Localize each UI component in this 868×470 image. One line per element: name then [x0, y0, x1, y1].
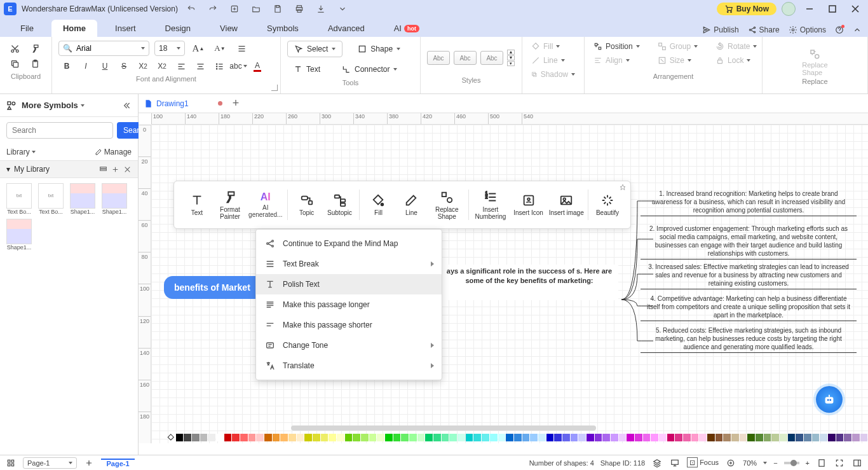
- ai-translate[interactable]: Translate: [256, 356, 442, 376]
- color-swatch[interactable]: [313, 434, 320, 441]
- shrink-font-button[interactable]: A▼: [212, 41, 228, 56]
- shape-tool[interactable]: Shape: [351, 41, 407, 57]
- manage-button[interactable]: Manage: [95, 148, 132, 156]
- color-swatch[interactable]: [731, 434, 739, 441]
- style-preset[interactable]: Abc: [427, 51, 450, 65]
- color-swatch[interactable]: [353, 434, 360, 441]
- group-button[interactable]: Group: [655, 39, 700, 53]
- color-swatch[interactable]: [498, 434, 506, 441]
- color-swatch[interactable]: [643, 434, 651, 441]
- color-swatch[interactable]: [184, 434, 191, 441]
- color-swatch[interactable]: [224, 434, 232, 441]
- color-swatch[interactable]: [683, 434, 691, 441]
- ctx-subtopic[interactable]: Subtopic: [323, 184, 356, 225]
- share-button[interactable]: Share: [748, 25, 780, 34]
- open-icon[interactable]: [248, 2, 264, 16]
- ctx-line[interactable]: Line: [395, 184, 428, 225]
- color-swatch[interactable]: [321, 434, 329, 441]
- zoom-out-button[interactable]: −: [773, 459, 777, 467]
- menu-home[interactable]: Home: [51, 20, 97, 37]
- buy-now-button[interactable]: Buy Now: [717, 3, 776, 15]
- color-swatch[interactable]: [562, 434, 570, 441]
- fullscreen-icon[interactable]: [834, 457, 845, 469]
- color-swatch[interactable]: [417, 434, 425, 441]
- color-swatch[interactable]: [780, 434, 787, 441]
- color-swatch[interactable]: [288, 434, 296, 441]
- ai-change-tone[interactable]: Change Tone: [256, 335, 442, 356]
- symbol-search-input[interactable]: [6, 122, 113, 139]
- color-swatch[interactable]: [200, 434, 208, 441]
- menu-view[interactable]: View: [208, 20, 249, 37]
- save-icon[interactable]: [269, 2, 286, 16]
- zoom-slider[interactable]: [784, 462, 799, 464]
- color-swatch[interactable]: [740, 434, 747, 441]
- collapse-sidebar-icon[interactable]: [121, 100, 132, 111]
- color-swatch[interactable]: [723, 434, 731, 441]
- color-swatch[interactable]: [554, 434, 562, 441]
- line-spacing-button[interactable]: [233, 41, 250, 56]
- color-swatch[interactable]: [546, 434, 554, 441]
- color-swatch[interactable]: [602, 434, 610, 441]
- color-swatch[interactable]: [208, 434, 215, 441]
- color-swatch[interactable]: [635, 434, 642, 441]
- more-symbols-button[interactable]: More Symbols: [22, 100, 85, 110]
- color-swatch[interactable]: [192, 434, 200, 441]
- line-button[interactable]: Line: [529, 53, 578, 67]
- maximize-button[interactable]: [824, 2, 841, 16]
- color-swatch[interactable]: [804, 434, 811, 441]
- shape-item[interactable]: txtText Bo...: [36, 183, 66, 215]
- add-page-button[interactable]: [83, 457, 95, 469]
- rotate-button[interactable]: Rotate: [713, 39, 759, 53]
- style-preset[interactable]: Abc: [480, 51, 503, 65]
- color-swatch[interactable]: [297, 434, 304, 441]
- color-swatch[interactable]: [627, 434, 634, 441]
- ctx-topic[interactable]: Topic: [290, 184, 323, 225]
- color-swatch[interactable]: [409, 434, 417, 441]
- fill-button[interactable]: Fill: [529, 39, 578, 53]
- user-avatar[interactable]: [782, 2, 796, 16]
- color-swatch[interactable]: [667, 434, 675, 441]
- color-swatch[interactable]: [796, 434, 803, 441]
- presentation-icon[interactable]: [669, 457, 681, 469]
- color-swatch[interactable]: [329, 434, 336, 441]
- color-swatch[interactable]: [707, 434, 715, 441]
- color-swatch[interactable]: [482, 434, 489, 441]
- underline-button[interactable]: U: [97, 59, 113, 74]
- cut-button[interactable]: [6, 41, 23, 56]
- options-button[interactable]: Options: [789, 25, 826, 34]
- color-swatch[interactable]: [176, 434, 184, 441]
- ctx-text[interactable]: Text: [180, 184, 214, 225]
- menu-ai[interactable]: AI hot: [383, 20, 431, 37]
- qat-more-icon[interactable]: [334, 2, 351, 16]
- color-swatch[interactable]: [345, 434, 353, 441]
- color-swatch[interactable]: [369, 434, 377, 441]
- paste-button[interactable]: [27, 56, 43, 71]
- mindmap-leaf[interactable]: 4. Competitive advantage: Marketing can …: [641, 293, 857, 321]
- ribbon-collapse-button[interactable]: [853, 25, 862, 34]
- color-swatch[interactable]: [377, 434, 384, 441]
- color-swatch[interactable]: [860, 434, 868, 441]
- color-swatch[interactable]: [273, 434, 280, 441]
- color-swatch[interactable]: [595, 434, 602, 441]
- shape-item[interactable]: txtText Bo...: [4, 183, 34, 215]
- mindmap-desc-node[interactable]: ays a significant role in the success of…: [440, 265, 618, 300]
- style-preset[interactable]: Abc: [454, 51, 477, 65]
- ai-continue-expand[interactable]: Continue to Expand the Mind Map: [256, 233, 442, 254]
- redo-icon[interactable]: [205, 2, 221, 16]
- color-swatch[interactable]: [433, 434, 441, 441]
- font-name-input[interactable]: [76, 44, 137, 53]
- undo-icon[interactable]: [183, 2, 200, 16]
- fit-icon[interactable]: [725, 457, 736, 469]
- shape-item[interactable]: Shape1...: [99, 183, 130, 215]
- color-swatch[interactable]: [715, 434, 723, 441]
- menu-file[interactable]: File: [9, 20, 45, 37]
- color-swatch[interactable]: [473, 434, 481, 441]
- color-swatch[interactable]: [820, 434, 827, 441]
- color-swatch[interactable]: [844, 434, 851, 441]
- fit-page-icon[interactable]: [816, 457, 827, 469]
- mindmap-leaf[interactable]: 3. Increased sales: Effective marketing …: [641, 261, 857, 289]
- color-swatch[interactable]: [611, 434, 618, 441]
- my-library-section[interactable]: ▾My Library: [0, 160, 138, 178]
- color-swatch[interactable]: [280, 434, 288, 441]
- pin-icon[interactable]: [619, 184, 627, 191]
